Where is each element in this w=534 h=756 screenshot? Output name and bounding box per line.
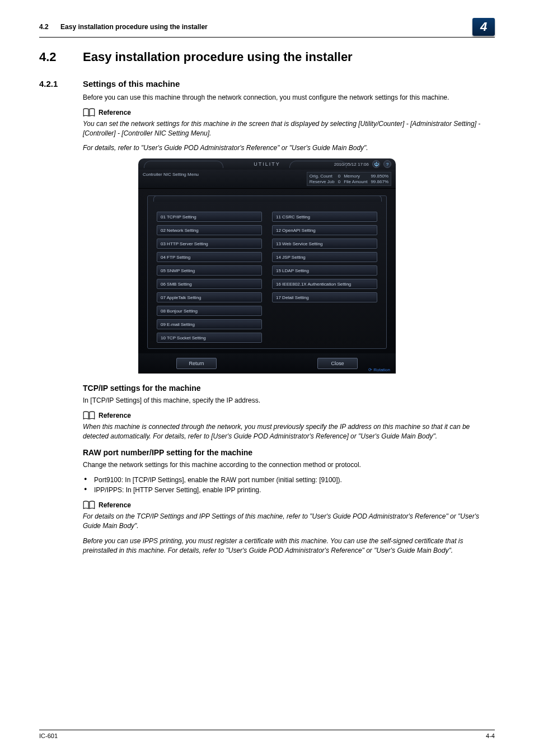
- utility-title: UTILITY: [254, 161, 280, 167]
- menu-button-16[interactable]: 16 IEEE802.1X Authentication Setting: [272, 279, 377, 289]
- s1-ref-p1: You can set the network settings for thi…: [83, 119, 495, 138]
- menu-button-10[interactable]: 10 TCP Socket Setting: [157, 333, 262, 343]
- reference-label-1: Reference: [83, 108, 495, 117]
- help-icon[interactable]: ?: [383, 160, 391, 168]
- reference-label-3: Reference: [83, 501, 495, 510]
- menu-button-11[interactable]: 11 CSRC Setting: [272, 212, 377, 222]
- footer-product: IC-601: [39, 732, 58, 739]
- footer-page: 4-4: [486, 732, 495, 739]
- embedded-utility-screen: UTILITY 2010/05/12 17:06 ⏻ ? Controller …: [138, 158, 396, 374]
- heading-2-title: Settings of this machine: [83, 79, 180, 88]
- s2-ref-p1: When this machine is connected through t…: [83, 422, 495, 441]
- menu-button-03[interactable]: 03 HTTP Server Setting: [157, 239, 262, 249]
- book-icon: [83, 501, 95, 510]
- menu-button-01[interactable]: 01 TCP/IP Setting: [157, 212, 262, 222]
- menu-button-14[interactable]: 14 JSP Setting: [272, 252, 377, 262]
- menu-button-05[interactable]: 05 SNMP Setting: [157, 265, 262, 276]
- status-grid: Orig. Count 0 Memory 99.850% Reserve Job…: [307, 172, 391, 186]
- s3-b1: Port9100: In [TCP/IP Settings], enable t…: [83, 475, 495, 485]
- s2-title: TCP/IP settings for the machine: [83, 384, 495, 393]
- titlebar-arc-left: [144, 161, 223, 168]
- utility-col-right: 11 CSRC Setting 12 OpenAPI Setting 13 We…: [272, 212, 377, 343]
- chapter-badge: 4: [472, 18, 495, 36]
- utility-col-left: 01 TCP/IP Setting 02 Network Setting 03 …: [157, 212, 262, 343]
- status-v4: 99.867%: [371, 179, 388, 184]
- return-button[interactable]: Return: [176, 358, 217, 369]
- status-v1: 0: [338, 174, 340, 179]
- utility-bottom: Return Close ⟳ Rotation: [138, 353, 396, 374]
- header-section-title: Easy installation procedure using the in…: [60, 23, 208, 31]
- menu-button-02[interactable]: 02 Network Setting: [157, 225, 262, 235]
- utility-menu-label: Controller NIC Setting Menu: [143, 172, 307, 186]
- utility-frame: 01 TCP/IP Setting 02 Network Setting 03 …: [147, 195, 387, 349]
- heading-1-number: 4.2: [39, 50, 83, 64]
- menu-button-15[interactable]: 15 LDAP Setting: [272, 265, 377, 276]
- page-header: 4.2 Easy installation procedure using th…: [39, 18, 495, 38]
- utility-topstrip: Controller NIC Setting Menu Orig. Count …: [138, 170, 396, 189]
- status-k1: Orig. Count: [310, 174, 335, 179]
- utility-mainarea: 01 TCP/IP Setting 02 Network Setting 03 …: [138, 189, 396, 353]
- s3-ref-p1: For details on the TCP/IP Settings and I…: [83, 512, 495, 531]
- s1-intro: Before you can use this machine through …: [83, 93, 495, 102]
- chapter-badge-number: 4: [480, 20, 487, 34]
- page-footer: IC-601 4-4: [39, 730, 495, 739]
- heading-1-title: Easy installation procedure using the in…: [83, 50, 353, 64]
- reference-label-2: Reference: [83, 411, 495, 420]
- status-v3: 0: [338, 179, 340, 184]
- reference-label-3-text: Reference: [99, 501, 131, 509]
- header-left: 4.2 Easy installation procedure using th…: [39, 23, 208, 31]
- titlebar-arc-right: [289, 161, 346, 168]
- close-button[interactable]: Close: [317, 358, 358, 369]
- s1-ref-p2: For details, refer to "User's Guide POD …: [83, 143, 495, 153]
- header-section-number: 4.2: [39, 23, 49, 31]
- menu-button-07[interactable]: 07 AppleTalk Setting: [157, 292, 262, 302]
- status-k4: File Amount: [344, 179, 367, 184]
- s2-p1: In [TCP/IP Settings] of this machine, sp…: [83, 396, 495, 405]
- power-icon[interactable]: ⏻: [372, 160, 380, 168]
- menu-button-13[interactable]: 13 Web Service Setting: [272, 239, 377, 249]
- book-icon: [83, 411, 95, 420]
- heading-2-number: 4.2.1: [39, 79, 83, 88]
- s3-ref-p2: Before you can use IPPS printing, you mu…: [83, 536, 495, 556]
- heading-1: 4.2 Easy installation procedure using th…: [39, 50, 495, 64]
- s3-title: RAW port number/IPP setting for the mach…: [83, 448, 495, 457]
- menu-button-17[interactable]: 17 Detail Setting: [272, 292, 377, 302]
- book-icon: [83, 108, 95, 117]
- menu-button-08[interactable]: 08 Bonjour Setting: [157, 306, 262, 316]
- utility-titlebar: UTILITY 2010/05/12 17:06 ⏻ ?: [138, 158, 396, 170]
- menu-button-12[interactable]: 12 OpenAPI Setting: [272, 225, 377, 235]
- utility-columns: 01 TCP/IP Setting 02 Network Setting 03 …: [157, 212, 377, 343]
- s3-p1: Change the network settings for this mac…: [83, 460, 495, 470]
- reference-label-1-text: Reference: [99, 109, 131, 116]
- menu-button-09[interactable]: 09 E-mail Setting: [157, 319, 262, 329]
- status-k3: Reserve Job: [310, 179, 335, 184]
- status-k2: Memory: [344, 174, 367, 179]
- s3-b2: IPP/IPPS: In [HTTP Server Setting], enab…: [83, 485, 495, 495]
- status-v2: 99.850%: [371, 174, 388, 179]
- reference-label-2-text: Reference: [99, 412, 131, 419]
- s3-bullets: Port9100: In [TCP/IP Settings], enable t…: [83, 475, 495, 495]
- menu-button-04[interactable]: 04 FTP Setting: [157, 252, 262, 262]
- rotation-label[interactable]: ⟳ Rotation: [368, 367, 390, 372]
- heading-2: 4.2.1 Settings of this machine: [39, 79, 495, 88]
- menu-button-06[interactable]: 06 SMB Setting: [157, 279, 262, 289]
- utility-frame-cap: [153, 195, 382, 202]
